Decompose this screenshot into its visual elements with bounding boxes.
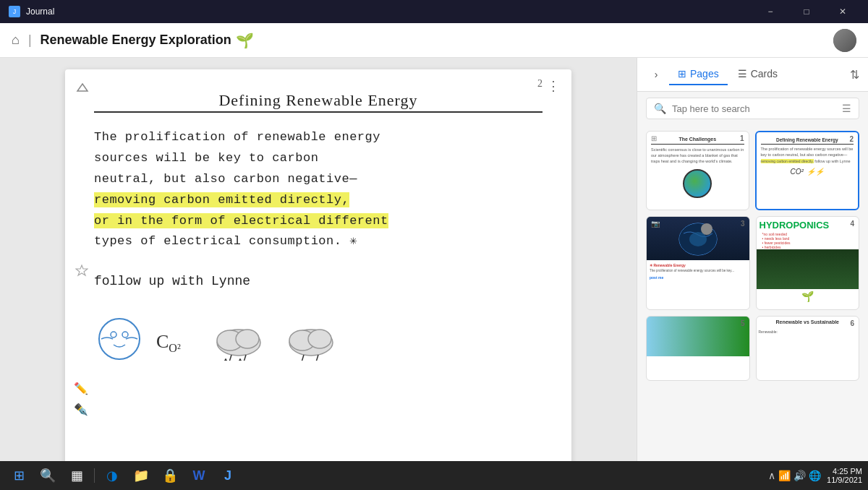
drawing-area: CO² (94, 296, 542, 361)
page4-number: 4 (850, 220, 854, 228)
earth-illustration (683, 169, 712, 198)
svg-point-7 (236, 330, 259, 348)
page-title: Defining Renewable Energy (94, 91, 542, 113)
right-panel: › ⊞ Pages ☰ Cards ⇅ 🔍 ☰ (637, 58, 868, 461)
tab-cards[interactable]: ☰ Cards (729, 64, 786, 85)
search-button[interactable]: 🔍 (35, 463, 61, 489)
page1-content: The Challenges Scientific consensus is c… (647, 132, 749, 207)
title-bar: J Journal − □ ✕ (0, 0, 868, 23)
page3-camera-icon: 📷 (651, 220, 660, 228)
date-display: 11/9/2021 (827, 476, 862, 484)
character-svg (94, 303, 152, 361)
pages-grid: ⊞ 1 The Challenges Scientific consensus … (637, 125, 868, 461)
svg-marker-1 (76, 265, 88, 275)
wifi-icon[interactable]: 📶 (778, 470, 791, 481)
co2-character-drawing: CO² (94, 303, 181, 361)
page-thumb-1[interactable]: ⊞ 1 The Challenges Scientific consensus … (646, 131, 749, 210)
follow-up-note: follow up with Lynne (94, 274, 542, 288)
maximize-button[interactable]: □ (790, 0, 823, 23)
plant-icon: 🌱 (757, 289, 859, 304)
collapse-button[interactable]: › (646, 64, 666, 85)
page6-body: Renewable: (757, 327, 859, 336)
network-icon[interactable]: 🌐 (809, 470, 821, 481)
tab-pages[interactable]: ⊞ Pages (669, 64, 728, 85)
body-line-4: removing carbon emitted directly, (94, 190, 542, 211)
plant-grid (802, 259, 812, 280)
app-bar: ⌂ | Renewable Energy Exploration 🌱 (0, 23, 868, 58)
pages-row-1: ⊞ 1 The Challenges Scientific consensus … (646, 131, 859, 210)
search-bar[interactable]: 🔍 ☰ (646, 98, 859, 119)
journal-button[interactable]: J (215, 463, 241, 489)
tool-icon-2[interactable]: ✒️ (74, 403, 88, 416)
highlighted-text-1: removing carbon emitted directly, (94, 192, 349, 207)
word-button[interactable]: W (186, 463, 212, 489)
pages-row-2: 📷 3 ✳ Renewable Energy (646, 216, 859, 310)
body-line-3: neutral, but also carbon negative— (94, 169, 542, 190)
journal-area: 2 ⋮ Defining Renewable Energy The prolif… (0, 58, 637, 461)
page6-title: Renewable vs Sustainable (760, 319, 856, 324)
page6-number: 6 (850, 319, 854, 327)
hydroponics-bullets: *no soil needed • needs less land • fewe… (757, 232, 859, 249)
svg-marker-0 (77, 84, 88, 91)
page-thumb-3[interactable]: 📷 3 ✳ Renewable Energy (646, 216, 750, 310)
hydroponics-image (757, 249, 859, 289)
home-icon[interactable]: ⌂ (12, 33, 20, 48)
pages-row-3: 5 6 Renewable vs Sustainable Renewable: (646, 316, 859, 381)
taskbar: ⊞ 🔍 ▦ ◑ 📁 🔒 W J ∧ 📶 🔊 🌐 4:25 PM 11/9/202… (0, 461, 868, 490)
edge-icon: ◑ (106, 468, 118, 483)
close-button[interactable]: ✕ (826, 0, 859, 23)
edge-button[interactable]: ◑ (99, 463, 125, 489)
body-line-5: or in the form of electrical different (94, 211, 542, 232)
page5-label (647, 356, 749, 361)
search-input[interactable] (672, 103, 836, 114)
folder-icon: 📁 (133, 468, 149, 483)
left-toolbar: ✏️ ✒️ (74, 382, 88, 416)
main-content: 2 ⋮ Defining Renewable Energy The prolif… (0, 58, 868, 461)
bookmark-star-icon[interactable] (75, 264, 88, 280)
highlighted-text-2: or in the form of electrical different (94, 213, 388, 228)
avatar[interactable] (833, 29, 856, 52)
tool-icon-1[interactable]: ✏️ (74, 382, 88, 395)
search-icon: 🔍 (654, 103, 666, 114)
filter-icon[interactable]: ☰ (842, 103, 851, 114)
hydroponics-title: HYDROPONICS (760, 220, 856, 231)
lock-icon: 🔒 (162, 468, 178, 483)
page-thumb-2[interactable]: 2 Defining Renewable Energy The prolific… (755, 131, 860, 210)
taskbar-search-icon: 🔍 (40, 468, 56, 483)
breadcrumb-separator: | (28, 33, 32, 48)
page-number: 2 (537, 78, 542, 90)
lock-button[interactable]: 🔒 (157, 463, 183, 489)
page-thumb-4[interactable]: 4 HYDROPONICS *no soil needed • needs le… (756, 216, 860, 310)
cards-tab-icon: ☰ (738, 68, 747, 79)
body-line-1: The prolification of renewable energy (94, 127, 542, 148)
svg-point-14 (701, 223, 712, 235)
folder-button[interactable]: 📁 (128, 463, 154, 489)
page2-text: The prolification of renewable energy so… (761, 147, 854, 157)
taskbar-separator-1 (94, 468, 95, 483)
titlebar-left: J Journal (9, 6, 54, 17)
start-button[interactable]: ⊞ (6, 463, 32, 489)
page-thumb-6[interactable]: 6 Renewable vs Sustainable Renewable: (756, 316, 860, 381)
page5-image (647, 317, 749, 356)
page-thumb-5[interactable]: 5 (646, 316, 750, 381)
svg-point-3 (111, 332, 116, 338)
page2-highlight: removing carbon emitted directly. (761, 159, 814, 163)
minimize-button[interactable]: − (754, 0, 787, 23)
word-icon: W (193, 468, 205, 483)
widgets-button[interactable]: ▦ (64, 463, 90, 489)
volume-icon[interactable]: 🔊 (793, 470, 806, 481)
cloud-2-svg (282, 317, 340, 361)
page1-icon: ⊞ (651, 134, 657, 142)
system-clock[interactable]: 4:25 PM 11/9/2021 (827, 467, 862, 484)
scroll-up-icon[interactable] (75, 81, 90, 98)
title-plant-icon: 🌱 (236, 32, 254, 49)
taskbar-right: ∧ 📶 🔊 🌐 4:25 PM 11/9/2021 (768, 467, 862, 484)
journal-page: 2 ⋮ Defining Renewable Energy The prolif… (65, 69, 571, 461)
caret-up-icon[interactable]: ∧ (768, 470, 775, 481)
sort-button[interactable]: ⇅ (850, 68, 859, 82)
notebook-title: Renewable Energy Exploration 🌱 (41, 32, 254, 49)
page-body: The prolification of renewable energy so… (94, 127, 542, 252)
page2-co2-mini: CO² ⚡⚡ (761, 167, 854, 177)
page-menu-button[interactable]: ⋮ (547, 78, 560, 94)
system-icons: ∧ 📶 🔊 🌐 (768, 470, 821, 481)
